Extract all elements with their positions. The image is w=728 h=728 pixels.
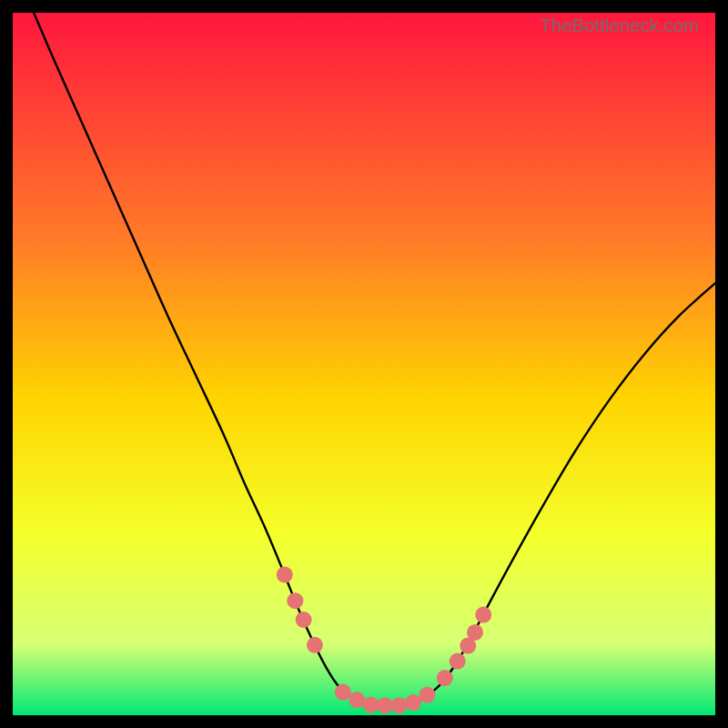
curve-marker: [287, 592, 303, 609]
curve-marker: [307, 637, 323, 653]
curve-marker: [419, 687, 435, 703]
curve-marker: [405, 694, 421, 711]
chart-frame: TheBottleneck.com: [13, 13, 715, 715]
curve-marker: [363, 696, 379, 713]
curve-marker: [475, 607, 491, 623]
curve-marker: [467, 624, 483, 641]
bottleneck-chart: [13, 13, 715, 715]
curve-marker: [450, 653, 466, 670]
curve-marker: [377, 697, 393, 713]
curve-marker: [349, 692, 365, 708]
gradient-background: [13, 13, 715, 715]
curve-marker: [296, 612, 312, 628]
curve-marker: [391, 697, 408, 713]
curve-marker: [277, 567, 293, 583]
curve-marker: [437, 670, 453, 686]
curve-marker: [335, 684, 351, 701]
